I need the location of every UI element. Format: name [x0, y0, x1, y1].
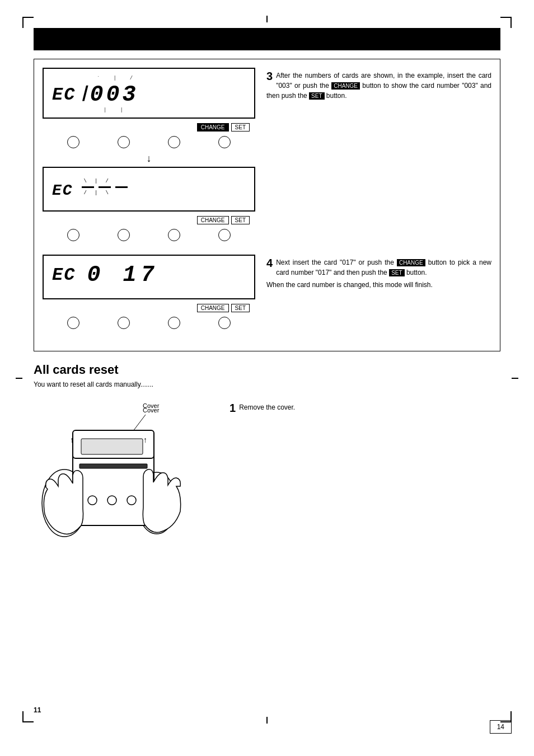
right-column-step4: 4 Next insert the card "017" or push the… [266, 255, 491, 292]
step1-container: 1 Remove the cover. [229, 400, 500, 550]
circle-btn-1b[interactable] [118, 136, 130, 148]
seg-indicators-bottom-1: | | [52, 107, 246, 113]
svg-rect-6 [81, 439, 143, 454]
left-column: ` | / EC ⃒003 [43, 68, 255, 243]
step3-text: After the numbers of cards are shown, in… [266, 71, 491, 101]
lcd-text-2: EC [52, 182, 73, 199]
dashes-display: \ | / [82, 177, 128, 196]
change-inline-2: CHANGE [397, 259, 425, 266]
lcd-display-3: EC 0 17 [43, 255, 255, 299]
tick-left [16, 378, 22, 379]
all-cards-two-col: Cover Cover [34, 400, 500, 550]
buttons-row-1: CHANGE SET [43, 123, 255, 132]
corner-mark-tl [22, 17, 34, 28]
svg-point-9 [107, 496, 116, 505]
dash-top-indicators: \ | / [82, 179, 128, 184]
lcd-numbers-1: ⃒003 [87, 82, 138, 107]
step4-block: 4 Next insert the card "017" or push the… [266, 257, 491, 292]
section-title: All cards reset [34, 363, 500, 377]
step1-text: Remove the cover. [239, 403, 295, 411]
circle-btn-3a[interactable] [67, 317, 79, 329]
circle-btn-3c[interactable] [168, 317, 180, 329]
tick-right [512, 378, 518, 379]
circle-btn-1a[interactable] [67, 136, 79, 148]
svg-point-8 [88, 496, 97, 505]
change-inline-1: CHANGE [331, 82, 360, 90]
lcd-content-1: EC ⃒003 [52, 82, 246, 107]
page-number-left: 11 [34, 706, 41, 714]
set-button-1[interactable]: SET [231, 123, 250, 132]
set-button-3[interactable]: SET [231, 304, 250, 312]
device-wrapper: Cover Cover [34, 402, 190, 550]
step1-number: 1 [229, 402, 236, 414]
page-number-right: 14 [490, 720, 512, 734]
lcd-display-1: ` | / EC ⃒003 [43, 68, 255, 119]
header-bar [34, 28, 500, 50]
dash-seg-1 [82, 186, 94, 188]
lcd-numbers-3: 0 17 [87, 262, 158, 288]
down-arrow: ↓ [43, 153, 255, 165]
corner-mark-bl [22, 711, 34, 722]
svg-rect-7 [79, 464, 147, 468]
step1-block: 1 Remove the cover. [229, 402, 500, 414]
cover-label: Cover [143, 402, 159, 409]
device-illustration-container: Cover Cover [34, 400, 213, 550]
step3-block: 3 After the numbers of cards are shown, … [266, 71, 491, 101]
dash-segments [82, 186, 128, 188]
circles-row-2 [43, 227, 255, 243]
svg-text:↑: ↑ [143, 435, 147, 444]
buttons-row-2: CHANGE SET [43, 216, 255, 224]
lcd-text-3: EC [52, 265, 76, 285]
corner-mark-tr [500, 17, 512, 28]
change-button-2[interactable]: CHANGE [197, 216, 229, 224]
device-svg: Cover [34, 402, 190, 548]
change-button-1[interactable]: CHANGE [197, 123, 229, 132]
main-content: ` | / EC ⃒003 [34, 28, 500, 550]
section-subtitle: You want to reset all cards manually....… [34, 381, 500, 388]
set-button-2[interactable]: SET [231, 216, 250, 224]
step4-text2: When the card number is changed, this mo… [266, 280, 491, 290]
circle-btn-3d[interactable] [218, 317, 231, 329]
circle-btn-1d[interactable] [218, 136, 231, 148]
change-button-3[interactable]: CHANGE [197, 304, 229, 312]
lcd-text-1: EC [52, 84, 76, 105]
section-inner: ` | / EC ⃒003 [34, 59, 500, 351]
step4-number: 4 [266, 257, 273, 269]
dash-seg-3 [115, 186, 128, 188]
circle-btn-2c[interactable] [168, 229, 180, 241]
all-cards-section: All cards reset You want to reset all ca… [34, 363, 500, 550]
lcd-content-3: EC 0 17 [52, 262, 246, 288]
seg-indicators-top-1: ` | / [52, 76, 246, 81]
bottom-section-top: EC 0 17 CHANGE SET [43, 255, 491, 331]
circle-btn-2b[interactable] [118, 229, 130, 241]
circle-btn-3b[interactable] [118, 317, 130, 329]
svg-text:↑: ↑ [70, 435, 74, 444]
left-col-display3: EC 0 17 CHANGE SET [43, 255, 255, 331]
right-column-top: 3 After the numbers of cards are shown, … [266, 68, 491, 243]
circle-btn-2a[interactable] [67, 229, 79, 241]
circle-btn-1c[interactable] [168, 136, 180, 148]
set-inline-1: SET [309, 92, 324, 100]
tick-top [266, 16, 268, 22]
buttons-row-3: CHANGE SET [43, 304, 255, 312]
lcd-display-2: EC \ | / [43, 167, 255, 212]
step3-number: 3 [266, 71, 273, 82]
page: ` | / EC ⃒003 [0, 0, 534, 756]
section-border: ` | / EC ⃒003 [34, 59, 500, 351]
dash-bottom-indicators: / | \ [82, 190, 128, 196]
step4-text: Next insert the card "017" or push the C… [266, 257, 491, 290]
set-inline-2: SET [389, 269, 404, 276]
top-section: ` | / EC ⃒003 [43, 68, 491, 243]
circle-btn-2d[interactable] [218, 229, 231, 241]
tick-bottom [266, 717, 268, 724]
circles-row-1 [43, 134, 255, 151]
svg-point-10 [127, 496, 136, 505]
dash-seg-2 [99, 186, 111, 188]
circles-row-3 [43, 314, 255, 331]
